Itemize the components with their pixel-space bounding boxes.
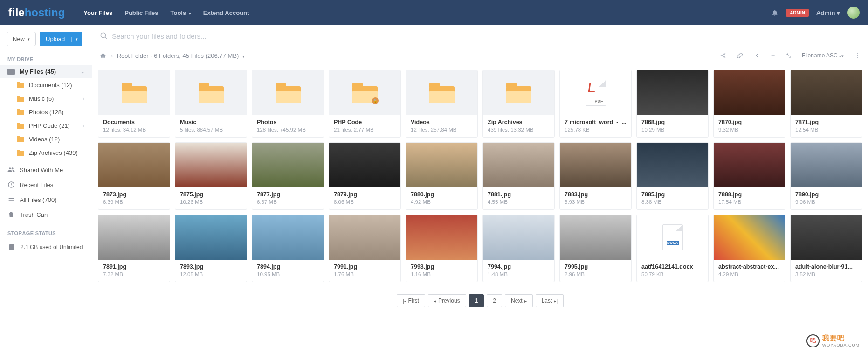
file-card[interactable]: 7880.jpg4.92 MB (406, 142, 478, 210)
home-icon[interactable] (100, 52, 106, 59)
page-next[interactable]: Next▸ (505, 294, 533, 307)
thumbnail: DOCX (637, 215, 708, 260)
file-title: abstract-abstract-ex... (718, 264, 780, 270)
file-card[interactable]: 7873.jpg6.39 MB (98, 142, 170, 210)
file-title: 7881.jpg (488, 191, 550, 198)
thumbnail (175, 143, 247, 187)
thumbnail (637, 143, 708, 187)
share-icon[interactable] (720, 52, 726, 59)
tree-item-photos[interactable]: Photos (128) (0, 105, 92, 119)
file-subtitle: 17.54 MB (718, 199, 780, 205)
sidebar-trash[interactable]: Trash Can (0, 207, 92, 222)
thumbnail (175, 70, 247, 115)
file-card[interactable]: 7883.jpg3.93 MB (559, 142, 632, 210)
chevron-right-icon: › (83, 96, 84, 101)
tree-item-zip-archives[interactable]: Zip Archives (439) (0, 146, 92, 160)
file-card[interactable]: 7993.jpg1.16 MB (406, 215, 478, 282)
tree-item-documents[interactable]: Documents (12) (0, 78, 92, 92)
file-card[interactable]: DOCXaatf16412141.docx50.79 KB (636, 215, 709, 282)
file-card[interactable]: 7888.jpg17.54 MB (713, 142, 785, 210)
tree-item-php-code[interactable]: PHP Code (21)› (0, 119, 92, 132)
image-thumbnail (329, 143, 400, 187)
page-2[interactable]: 2 (487, 294, 502, 307)
image-thumbnail (714, 215, 785, 260)
file-card[interactable]: Photos128 files, 745.92 MB (252, 70, 324, 138)
avatar[interactable] (847, 7, 860, 19)
file-card[interactable]: 7891.jpg7.32 MB (98, 215, 170, 282)
page-1[interactable]: 1 (469, 294, 484, 307)
svg-point-4 (721, 55, 722, 56)
user-menu[interactable]: Admin ▾ (816, 9, 840, 16)
file-title: 7873.jpg (103, 191, 165, 198)
notifications-icon[interactable] (771, 9, 778, 16)
thumbnail (560, 215, 631, 260)
fullscreen-icon[interactable] (786, 53, 792, 58)
file-subtitle: 10.29 MB (641, 127, 703, 132)
sort-dropdown[interactable]: Filename ASC ▴▾ (802, 52, 844, 59)
thumbnail (406, 143, 477, 187)
thumbnail (406, 215, 477, 260)
file-title: 7888.jpg (718, 191, 780, 198)
close-icon[interactable] (753, 53, 759, 58)
file-subtitle: 4.29 MB (718, 271, 780, 277)
tree-label: My Files (45) (20, 68, 56, 75)
file-title: aatf16412141.docx (641, 264, 703, 270)
file-card[interactable]: 7875.jpg10.26 MB (175, 142, 247, 210)
file-card[interactable]: 7868.jpg10.29 MB (636, 70, 709, 138)
nav-extend-account[interactable]: Extend Account (203, 9, 249, 16)
sidebar-shared-with-me[interactable]: Shared With Me (0, 162, 92, 177)
nav-tools[interactable]: Tools ▾ (170, 9, 191, 16)
file-card[interactable]: 7881.jpg4.55 MB (482, 142, 555, 210)
file-card[interactable]: 7894.jpg10.95 MB (252, 215, 324, 282)
docx-icon: DOCX (662, 224, 683, 250)
file-title: PHP Code (334, 119, 396, 125)
sidebar-all-files[interactable]: All Files (700) (0, 192, 92, 207)
file-card[interactable]: Documents12 files, 34.12 MB (98, 70, 170, 138)
image-thumbnail (483, 143, 554, 187)
file-card[interactable]: 7877.jpg6.67 MB (252, 142, 324, 210)
nav-public-files[interactable]: Public Files (124, 9, 158, 16)
tree-item-music[interactable]: Music (5)› (0, 92, 92, 105)
file-card[interactable]: abstract-abstract-ex...4.29 MB (713, 215, 785, 282)
file-card[interactable]: 7871.jpg12.54 MB (790, 70, 862, 138)
tree-item-my-files[interactable]: My Files (45) ⌄ (0, 65, 92, 78)
tree-item-videos[interactable]: Videos (12) (0, 132, 92, 146)
file-card[interactable]: 7893.jpg12.05 MB (175, 215, 247, 282)
disk-icon (7, 243, 16, 251)
thumbnail (98, 70, 170, 115)
file-card[interactable]: 7991.jpg1.76 MB (329, 215, 401, 282)
page-prev[interactable]: ◂Previous (428, 294, 466, 307)
nav-your-files[interactable]: Your Files (83, 9, 112, 16)
list-icon[interactable] (769, 52, 776, 59)
page-first[interactable]: |◂First (397, 294, 425, 307)
breadcrumb-current[interactable]: Root Folder - 6 Folders, 45 Files (206.7… (117, 52, 245, 59)
file-card[interactable]: PDF7 microsoft_word_-_...125.78 KB (559, 70, 632, 138)
more-icon[interactable]: ⋮ (854, 52, 861, 59)
file-card[interactable]: Videos12 files, 257.84 MB (406, 70, 478, 138)
file-card[interactable]: 🔒PHP Code21 files, 2.77 MB (329, 70, 401, 138)
file-card[interactable]: Zip Archives439 files, 13.32 MB (482, 70, 555, 138)
file-card[interactable]: 7994.jpg1.48 MB (482, 215, 555, 282)
upload-button[interactable]: Upload▾ (40, 32, 82, 46)
people-icon (7, 166, 15, 174)
search-input[interactable] (112, 32, 861, 40)
file-card[interactable]: 7870.jpg9.32 MB (713, 70, 785, 138)
file-card[interactable]: 7885.jpg8.38 MB (636, 142, 709, 210)
sidebar-recent-files[interactable]: Recent Files (0, 177, 92, 192)
image-thumbnail (406, 215, 477, 260)
file-card[interactable]: 7995.jpg2.96 MB (559, 215, 632, 282)
thumbnail (791, 215, 862, 260)
file-subtitle: 1.16 MB (411, 271, 473, 277)
link-icon[interactable] (737, 52, 743, 59)
file-card[interactable]: adult-alone-blur-91...3.52 MB (790, 215, 862, 282)
thumbnail (483, 143, 554, 187)
chevron-right-icon: › (83, 123, 84, 128)
file-card[interactable]: 7890.jpg9.06 MB (790, 142, 862, 210)
file-title: 7994.jpg (488, 264, 550, 270)
page-last[interactable]: Last▸| (536, 294, 564, 307)
logo[interactable]: filehosting (8, 6, 65, 19)
file-card[interactable]: Music5 files, 884.57 MB (175, 70, 247, 138)
file-card[interactable]: 7879.jpg8.06 MB (329, 142, 401, 210)
breadcrumb-row: › Root Folder - 6 Folders, 45 Files (206… (92, 47, 868, 64)
new-button[interactable]: New▾ (7, 32, 36, 46)
